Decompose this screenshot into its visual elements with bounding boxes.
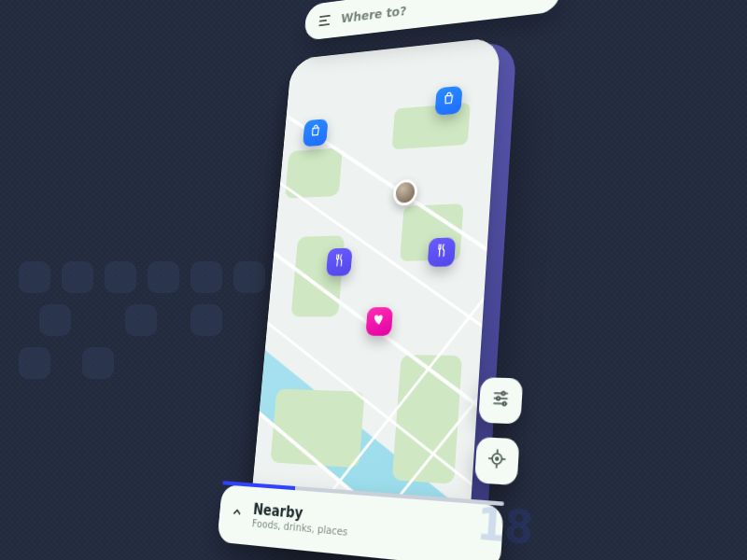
decor-squares — [19, 261, 261, 411]
filters-button[interactable] — [478, 377, 523, 424]
poi-shop-1[interactable] — [303, 119, 329, 147]
poi-food-1[interactable] — [326, 248, 353, 276]
bag-icon — [441, 91, 456, 110]
chevron-up-icon — [230, 505, 244, 525]
poi-favorite[interactable] — [365, 307, 393, 336]
phone-screen — [249, 36, 500, 536]
nearby-count: 18 — [475, 497, 534, 554]
map-park — [270, 389, 364, 469]
sliders-icon — [490, 388, 511, 413]
fork-knife-icon — [434, 243, 450, 262]
locate-me-button[interactable] — [474, 437, 519, 485]
bag-icon — [308, 123, 322, 142]
svg-point-1 — [497, 397, 500, 400]
svg-point-0 — [501, 392, 505, 396]
heart-icon — [372, 312, 387, 330]
menu-icon[interactable] — [318, 15, 331, 26]
phone-scene: Where to? Nearby Foods, drinks, places 1… — [249, 36, 500, 536]
search-placeholder: Where to? — [341, 4, 407, 26]
map-park — [392, 355, 462, 484]
crosshair-icon — [486, 448, 507, 474]
svg-point-4 — [496, 457, 499, 460]
fork-knife-icon — [332, 253, 347, 272]
poi-food-2[interactable] — [428, 237, 457, 266]
map-canvas[interactable] — [249, 36, 500, 536]
svg-point-2 — [502, 402, 506, 406]
map-side-controls — [474, 377, 523, 485]
poi-shop-2[interactable] — [435, 86, 463, 116]
